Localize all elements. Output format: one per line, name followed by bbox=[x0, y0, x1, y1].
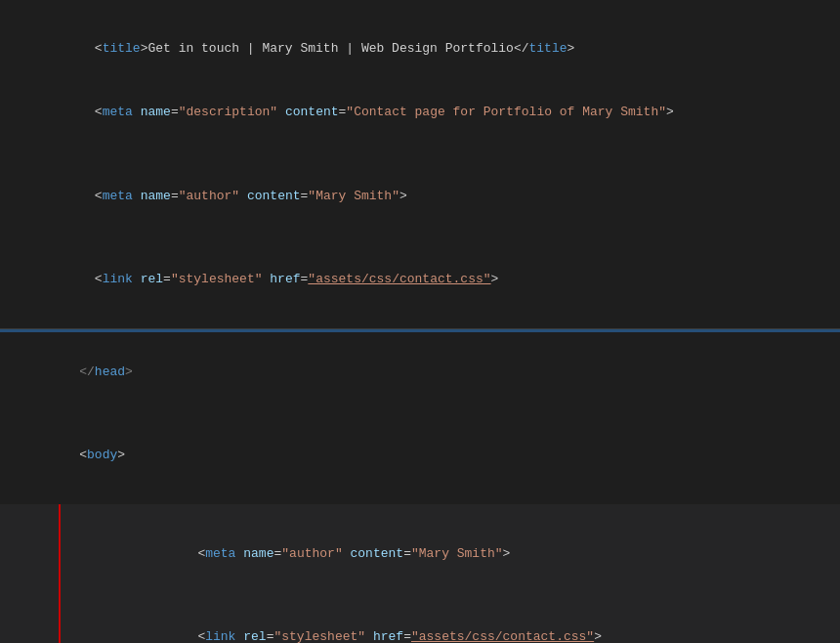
code-line-meta-author: <meta name="author" content="Mary Smith"… bbox=[49, 164, 811, 227]
code-gap1 bbox=[49, 144, 811, 164]
code-line-meta-desc: <meta name="description" content="Contac… bbox=[49, 80, 811, 143]
close-head-top: </head> bbox=[49, 340, 811, 403]
code-gap3 bbox=[137, 585, 811, 606]
code-line-link2: <link rel="stylesheet" href="assets/css/… bbox=[137, 606, 811, 643]
panel-gap bbox=[0, 487, 840, 504]
gap-top bbox=[49, 403, 811, 423]
code-gap2 bbox=[49, 227, 811, 247]
top-closing-tags: </head> <body> bbox=[0, 332, 840, 487]
bottom-code-content: <meta name="author" content="Mary Smith"… bbox=[0, 504, 840, 643]
body-tag-top: <body> bbox=[49, 424, 811, 487]
code-line-title: <title>Get in touch | Mary Smith | Web D… bbox=[49, 18, 811, 80]
top-code-panel: <title>Get in touch | Mary Smith | Web D… bbox=[0, 0, 840, 329]
code-line-meta-author2: <meta name="author" content="Mary Smith"… bbox=[137, 522, 811, 584]
bottom-code-panel: → <meta name="author" content="Mary Smit… bbox=[0, 504, 840, 643]
code-line-link: <link rel="stylesheet" href="assets/css/… bbox=[49, 248, 811, 311]
